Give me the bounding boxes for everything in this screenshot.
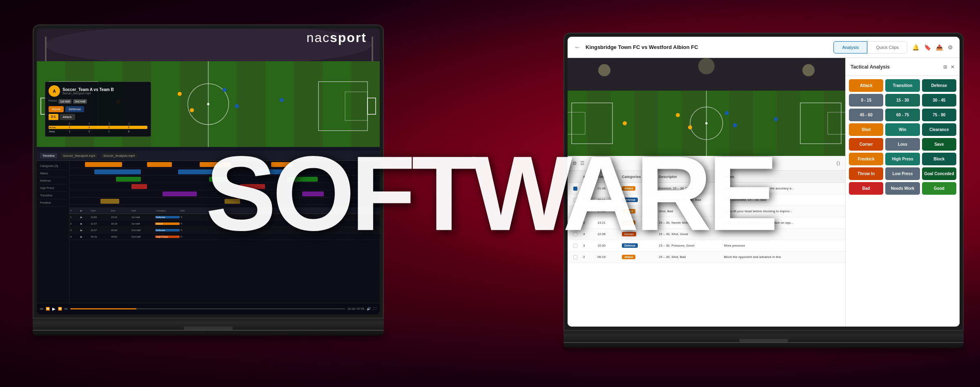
expand-icon[interactable]: ⟨⟩ [836,160,840,166]
tab-quick-clips[interactable]: Quick Clips [867,41,907,53]
tac-btn-win[interactable]: Win [885,123,920,136]
right-laptop-hinge [564,331,964,334]
cat-label-2: Attack [155,222,180,225]
tac-btn-save[interactable]: Save [922,138,956,151]
tactical-header: Tactical Analysis ⊞ ✕ [846,58,960,76]
tac-btn-bad[interactable]: Bad [849,182,883,195]
defense-button[interactable]: Defense [65,106,84,112]
tactical-panel: Tactical Analysis ⊞ ✕ Attack Transition [845,58,960,327]
away-row: Away 1 2 1 6 [49,130,147,133]
main-container: SOFTWARE nacsport Soccer_Nacsport.mp4 [0,0,980,387]
tac-btn-clearance[interactable]: Clearance [922,123,956,136]
playback-controls: ⏮ ⏪ ▶ ⏩ ⏭ 23:18 / 97:25 🔊 ⛶ [37,303,380,314]
track-4a[interactable] [131,184,147,189]
play-button[interactable]: ▶ [52,307,56,311]
file-name: Soccer_Nacsport.mp4 [62,92,114,95]
tac-btn-45-60[interactable]: 45 - 60 [849,109,883,121]
team-badge: A [49,85,60,97]
svg-point-26 [280,98,284,102]
track-3a[interactable] [116,177,141,182]
volume-icon[interactable]: 🔊 [367,307,371,311]
back-button[interactable]: ← [574,44,581,51]
tac-btn-high-press[interactable]: High Press [885,153,920,165]
track-5a[interactable] [163,191,197,196]
settings-icon[interactable]: ⚙ [948,44,953,51]
tac-btn-low-press[interactable]: Low Press [885,167,920,180]
timeline-tab-video1[interactable]: Soccer_Nacsport.mp4 [60,153,98,158]
timeline-tab-timeline[interactable]: Timeline [40,153,57,158]
svg-point-23 [223,88,227,92]
left-laptop-foot [33,330,384,336]
svg-point-24 [235,104,239,108]
svg-point-49 [733,123,737,127]
tac-btn-transition[interactable]: Transition [885,79,920,92]
bookmark-icon[interactable]: 🔖 [924,44,931,51]
tactical-title: Tactical Analysis [851,64,890,70]
panel-header: A Soccer_Team A vs Team B Soccer_Nacspor… [49,85,147,97]
tac-btn-60-75[interactable]: 60 - 75 [885,109,920,121]
row-desc-2: 15 – 30, Shot, Bad [657,255,722,259]
track-2a[interactable] [94,169,141,174]
svg-rect-4 [372,37,373,61]
progress-fill [70,308,136,309]
progress-bar[interactable] [70,308,345,309]
nacsport-logo: nacsport [306,30,367,45]
tac-btn-corner[interactable]: Corner [849,138,883,151]
track-1b[interactable] [147,162,172,167]
tac-btn-0-15[interactable]: 0 - 15 [849,94,883,107]
fullscreen-icon[interactable]: ⛶ [373,307,376,311]
tac-btn-block[interactable]: Block [922,153,956,165]
right-laptop-base [564,334,964,342]
time-display: 23:18 / 97:25 [347,307,364,310]
svg-point-29 [598,64,610,76]
tac-btn-75-90[interactable]: 75 - 90 [922,109,956,121]
svg-rect-8 [151,61,180,147]
svg-point-47 [688,125,692,129]
cat-label-3: Defense [155,229,180,231]
match-title: Kingsbridge Town FC vs Westford Albion F… [586,44,829,50]
cat-row-4: High Press [38,185,67,192]
score-row: 2-1 Attack [49,114,147,120]
timeline-tab-video2[interactable]: Soccer_Analysis.mp4 [101,153,137,158]
row-num-2: 2 [581,255,596,259]
tac-btn-freekick[interactable]: Freekick [849,153,883,165]
period-1[interactable]: 1st Half [58,99,71,104]
brand-name-bold: sport [330,30,367,45]
period-row: Period 1st Half 2nd Half [49,99,147,104]
tab-analysis[interactable]: Analysis [833,41,867,53]
notification-icon[interactable]: 🔔 [912,44,919,51]
svg-point-30 [698,58,715,74]
tac-btn-throw-in[interactable]: Throw In [849,167,883,180]
svg-point-50 [623,121,627,125]
tac-btn-good[interactable]: Good [922,182,956,195]
tac-btn-defense[interactable]: Defense [922,79,956,92]
svg-point-31 [802,64,815,76]
cat-row-5: Transition [38,192,67,199]
close-panel-icon[interactable]: ✕ [951,64,955,70]
period-2[interactable]: 2nd Half [73,99,87,104]
play-next[interactable]: ⏩ [58,307,62,311]
track-6a[interactable] [100,199,119,204]
cat-label-4: High Press [155,236,180,238]
play-back[interactable]: ⏮ [40,307,43,311]
home-button[interactable]: Home [49,106,64,112]
tac-btn-goal-conceded[interactable]: Goal Conceded [922,167,956,180]
row-check-2[interactable] [569,255,581,259]
cat-row-6: Freekick [38,199,67,207]
track-1a[interactable] [85,162,122,167]
share-icon[interactable]: 📤 [936,44,943,51]
play-fwd[interactable]: ⏭ [65,307,68,311]
play-prev[interactable]: ⏪ [46,307,50,311]
row-notes-2: Block the opponent and advance in line [722,255,844,259]
tac-btn-shot[interactable]: Shot [849,123,883,136]
period-label: Period [49,99,57,104]
tac-btn-attack[interactable]: Attack [849,79,883,92]
grid-view-icon[interactable]: ⊞ [943,64,947,70]
svg-point-51 [774,117,778,121]
tac-btn-needs-work[interactable]: Needs Work [885,182,920,195]
tac-btn-15-30[interactable]: 15 - 30 [885,94,920,107]
attack-button[interactable]: Attack [60,114,75,120]
tac-btn-loss[interactable]: Loss [885,138,920,151]
tac-btn-30-45[interactable]: 30 - 45 [922,94,956,107]
header-tabs: Analysis Quick Clips [833,41,907,53]
